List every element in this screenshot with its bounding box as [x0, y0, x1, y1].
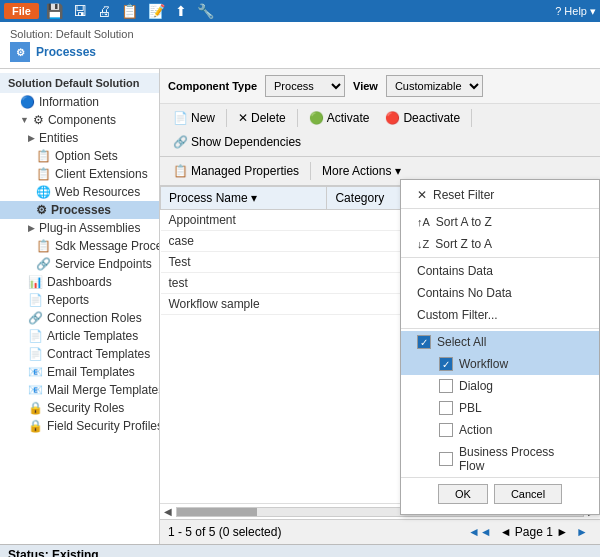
- action-item[interactable]: Action: [401, 419, 599, 441]
- sdk-icon: 📋: [36, 239, 51, 253]
- more-actions-button[interactable]: More Actions ▾: [315, 160, 408, 182]
- bpf-label: Business Process Flow: [459, 445, 583, 473]
- sort-za-item[interactable]: ↓Z Sort Z to A: [401, 233, 599, 255]
- new-icon: 📄: [173, 111, 188, 125]
- sidebar-label-dashboards: Dashboards: [47, 275, 112, 289]
- sidebar-item-reports[interactable]: 📄 Reports: [0, 291, 159, 309]
- save-icon[interactable]: 💾: [43, 2, 66, 20]
- row-name-2: Test: [161, 252, 327, 273]
- dialog-item[interactable]: Dialog: [401, 375, 599, 397]
- sidebar-item-sdk-message[interactable]: 📋 Sdk Message Processi...: [0, 237, 159, 255]
- sidebar-item-service-endpoints[interactable]: 🔗 Service Endpoints: [0, 255, 159, 273]
- reset-icon: ✕: [417, 188, 427, 202]
- view-select[interactable]: Customizable: [386, 75, 483, 97]
- sidebar-label-connection: Connection Roles: [47, 311, 142, 325]
- save2-icon[interactable]: 🖫: [70, 2, 90, 20]
- sort-za-label: Sort Z to A: [435, 237, 492, 251]
- new-button[interactable]: 📄 New: [166, 107, 222, 129]
- file-button[interactable]: File: [4, 3, 39, 19]
- dropdown-sep-2: [401, 257, 599, 258]
- select-all-label: Select All: [437, 335, 486, 349]
- contract-icon: 📄: [28, 347, 43, 361]
- col-process-name[interactable]: Process Name ▾: [161, 187, 327, 210]
- select-all-item[interactable]: ✓ Select All: [401, 331, 599, 353]
- category-dropdown: ✕ Reset Filter ↑A Sort A to Z ↓Z Sort Z …: [400, 179, 600, 515]
- action-checkbox[interactable]: [439, 423, 453, 437]
- reset-filter-item[interactable]: ✕ Reset Filter: [401, 184, 599, 206]
- sidebar-item-processes[interactable]: ⚙ Processes: [0, 201, 159, 219]
- delete-button[interactable]: ✕ Delete: [231, 107, 293, 129]
- sidebar-item-security-roles[interactable]: 🔒 Security Roles: [0, 399, 159, 417]
- sidebar-item-mail-merge[interactable]: 📧 Mail Merge Templates: [0, 381, 159, 399]
- sidebar-item-option-sets[interactable]: 📋 Option Sets: [0, 147, 159, 165]
- tool1-icon[interactable]: 📋: [118, 2, 141, 20]
- dialog-label: Dialog: [459, 379, 493, 393]
- workflow-item[interactable]: ✓ Workflow: [401, 353, 599, 375]
- tool3-icon[interactable]: ⬆: [172, 2, 190, 20]
- print-icon[interactable]: 🖨: [94, 2, 114, 20]
- content-area: Component Type Process View Customizable…: [160, 69, 600, 544]
- action-bar-1: 📄 New ✕ Delete 🟢 Activate 🔴 Deactivate 🔗…: [160, 104, 600, 157]
- sort-za-icon: ↓Z: [417, 238, 429, 250]
- first-page-button[interactable]: ◄◄: [464, 524, 496, 540]
- custom-filter-item[interactable]: Custom Filter...: [401, 304, 599, 326]
- sidebar-item-components[interactable]: ▼ ⚙ Components: [0, 111, 159, 129]
- bpf-checkbox[interactable]: [439, 452, 453, 466]
- plugin-expand-icon: ▶: [28, 223, 35, 233]
- ok-button[interactable]: OK: [438, 484, 488, 504]
- pbl-item[interactable]: PBL: [401, 397, 599, 419]
- sidebar-item-connection-roles[interactable]: 🔗 Connection Roles: [0, 309, 159, 327]
- sidebar-item-web-resources[interactable]: 🌐 Web Resources: [0, 183, 159, 201]
- sidebar-label-entities: Entities: [39, 131, 78, 145]
- separator-4: [310, 162, 311, 180]
- row-name-3: test: [161, 273, 327, 294]
- sidebar-item-information[interactable]: 🔵 Information: [0, 93, 159, 111]
- component-type-select[interactable]: Process: [265, 75, 345, 97]
- view-label: View: [353, 80, 378, 92]
- sidebar-item-field-security[interactable]: 🔒 Field Security Profiles: [0, 417, 159, 435]
- separator-3: [471, 109, 472, 127]
- bpf-item[interactable]: Business Process Flow: [401, 441, 599, 477]
- sidebar-item-contract-templates[interactable]: 📄 Contract Templates: [0, 345, 159, 363]
- deactivate-icon: 🔴: [385, 111, 400, 125]
- managed-properties-button[interactable]: 📋 Managed Properties: [166, 160, 306, 182]
- status-bar: Status: Existing: [0, 544, 600, 557]
- dashboards-icon: 📊: [28, 275, 43, 289]
- sort-az-item[interactable]: ↑A Sort A to Z: [401, 211, 599, 233]
- workflow-checkbox[interactable]: ✓: [439, 357, 453, 371]
- sidebar-item-entities[interactable]: ▶ Entities: [0, 129, 159, 147]
- contains-data-item[interactable]: Contains Data: [401, 260, 599, 282]
- activate-button[interactable]: 🟢 Activate: [302, 107, 377, 129]
- sidebar-item-article-templates[interactable]: 📄 Article Templates: [0, 327, 159, 345]
- status-label: Status: Existing: [8, 548, 99, 557]
- action-label: Action: [459, 423, 492, 437]
- sidebar-label-security: Security Roles: [47, 401, 124, 415]
- deactivate-button[interactable]: 🔴 Deactivate: [378, 107, 467, 129]
- contains-no-data-item[interactable]: Contains No Data: [401, 282, 599, 304]
- last-page-button[interactable]: ►: [572, 524, 592, 540]
- sidebar-label-contract: Contract Templates: [47, 347, 150, 361]
- help-button[interactable]: ? Help ▾: [555, 5, 596, 18]
- sidebar-item-client-extensions[interactable]: 📋 Client Extensions: [0, 165, 159, 183]
- show-dependencies-button[interactable]: 🔗 Show Dependencies: [166, 131, 308, 153]
- page-info: ◄ Page 1 ►: [500, 525, 568, 539]
- separator-1: [226, 109, 227, 127]
- select-all-checkbox[interactable]: ✓: [417, 335, 431, 349]
- sidebar-label-option-sets: Option Sets: [55, 149, 118, 163]
- tool4-icon[interactable]: 🔧: [194, 2, 217, 20]
- sidebar-label-field-security: Field Security Profiles: [47, 419, 160, 433]
- pbl-checkbox[interactable]: [439, 401, 453, 415]
- managed-icon: 📋: [173, 164, 188, 178]
- dialog-checkbox[interactable]: [439, 379, 453, 393]
- reset-filter-label: Reset Filter: [433, 188, 494, 202]
- sidebar-item-dashboards[interactable]: 📊 Dashboards: [0, 273, 159, 291]
- scroll-left-button[interactable]: ◀: [164, 506, 172, 517]
- reports-icon: 📄: [28, 293, 43, 307]
- sidebar-item-plugin-assemblies[interactable]: ▶ Plug-in Assemblies: [0, 219, 159, 237]
- solution-subtitle: Solution: Default Solution: [10, 28, 590, 40]
- pagination-info: 1 - 5 of 5 (0 selected): [168, 525, 281, 539]
- dropdown-sep-1: [401, 208, 599, 209]
- cancel-button[interactable]: Cancel: [494, 484, 562, 504]
- sidebar-item-email-templates[interactable]: 📧 Email Templates: [0, 363, 159, 381]
- tool2-icon[interactable]: 📝: [145, 2, 168, 20]
